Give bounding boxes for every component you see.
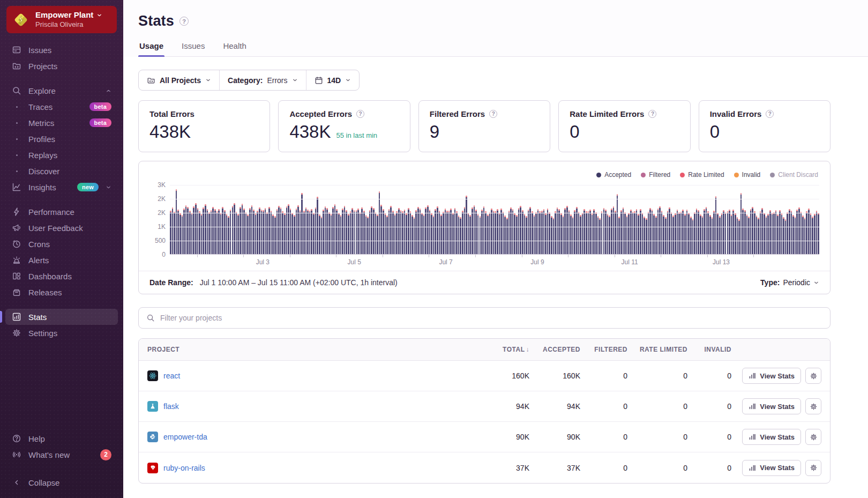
chart-bar [669, 207, 670, 254]
help-icon[interactable]: ? [489, 110, 497, 118]
accepted-cell: 37K [529, 464, 580, 472]
rate-limited-cell: 0 [627, 464, 687, 472]
help-icon[interactable]: ? [648, 110, 656, 118]
sidebar-item-settings[interactable]: Settings [5, 325, 118, 341]
chart-bar [588, 211, 589, 254]
sidebar-item-dashboards[interactable]: Dashboards [5, 268, 118, 284]
view-stats-button[interactable]: View Stats [742, 429, 801, 445]
legend-item-rate-limited[interactable]: Rate Limited [680, 171, 724, 179]
filtered-cell: 0 [580, 371, 627, 380]
chart-bar [415, 210, 417, 254]
sidebar-item-alerts[interactable]: Alerts [5, 252, 118, 268]
column-header-project[interactable]: PROJECT [147, 346, 478, 353]
chart-bar [361, 207, 363, 254]
column-header-invalid[interactable]: INVALID [687, 346, 731, 353]
project-filter-dropdown[interactable]: All Projects [139, 70, 219, 90]
chart-bar [500, 209, 502, 254]
sidebar-item-stats[interactable]: Stats [5, 309, 118, 325]
chart-bar [677, 210, 678, 254]
help-icon[interactable]: ? [356, 110, 364, 118]
chart-bar [439, 211, 440, 254]
column-header-filtered[interactable]: FILTERED [580, 346, 627, 353]
chart-type-dropdown[interactable]: Type: Periodic [760, 278, 819, 287]
sidebar-item-user-feedback[interactable]: User Feedback [5, 220, 118, 236]
tab-issues[interactable]: Issues [181, 41, 206, 56]
column-header-total[interactable]: TOTAL↓ [478, 346, 529, 353]
card-title-row: Filtered Errors? [430, 109, 539, 118]
chart-bar [593, 209, 595, 254]
sidebar-item-what-s-new[interactable]: What's new2 [5, 447, 118, 463]
sidebar-item-insights[interactable]: Insightsnew [5, 179, 118, 195]
legend-dot [596, 173, 601, 177]
project-settings-button[interactable] [805, 398, 821, 414]
project-settings-button[interactable] [805, 368, 821, 384]
column-header-rate-limited[interactable]: RATE LIMITED [627, 346, 687, 353]
project-search-input[interactable] [160, 314, 822, 322]
chart-bar [787, 212, 788, 254]
broadcast-icon [12, 450, 21, 459]
sidebar-item-metrics[interactable]: Metricsbeta [5, 115, 118, 131]
chart-bar [226, 214, 228, 254]
sidebar-item-label: User Feedback [28, 224, 83, 233]
chart-bar [603, 208, 605, 254]
view-stats-button[interactable]: View Stats [742, 398, 801, 414]
sidebar-item-help[interactable]: Help [5, 430, 118, 447]
sidebar-collapse[interactable]: Collapse [5, 474, 118, 490]
sidebar-item-traces[interactable]: Tracesbeta [5, 99, 118, 115]
category-filter-dropdown[interactable]: Category: Errors [219, 70, 305, 90]
sidebar-item-replays[interactable]: Replays [5, 147, 118, 163]
chart-bar [766, 216, 767, 254]
chart-bar [659, 206, 661, 254]
chart-bar [404, 210, 406, 254]
project-link[interactable]: ruby-on-rails [163, 464, 205, 472]
org-switcher[interactable]: Empower Plant Priscila Oliveira [6, 6, 117, 33]
chart-bar [589, 210, 591, 254]
project-link[interactable]: react [163, 371, 180, 380]
page-help-icon[interactable]: ? [179, 17, 189, 26]
chart-bar [286, 206, 288, 254]
tab-usage[interactable]: Usage [138, 41, 164, 56]
chevron-up-icon [106, 88, 111, 94]
chart-bar [818, 213, 819, 254]
legend-item-client-discard[interactable]: Client Discard [770, 171, 818, 179]
sidebar-item-performance[interactable]: Performance [5, 204, 118, 220]
sidebar-item-crons[interactable]: Crons [5, 236, 118, 252]
chart-bar [357, 209, 359, 254]
sidebar-item-profiles[interactable]: Profiles [5, 131, 118, 147]
project-link[interactable]: empower-tda [163, 433, 207, 441]
chart-bar [642, 213, 643, 255]
card-title: Rate Limited Errors [570, 109, 644, 118]
column-header-accepted[interactable]: ACCEPTED [529, 346, 580, 353]
chart-bar [420, 209, 421, 254]
view-stats-button[interactable]: View Stats [742, 368, 801, 384]
help-icon[interactable]: ? [766, 110, 774, 118]
chart-bar [558, 209, 560, 254]
date-period-dropdown[interactable]: 14D [306, 70, 360, 90]
sidebar-item-explore[interactable]: Explore [5, 83, 118, 99]
chart-bar [785, 219, 787, 254]
chart-bar [595, 212, 597, 254]
legend-item-invalid[interactable]: Invalid [734, 171, 761, 179]
sidebar-item-issues[interactable]: Issues [5, 42, 118, 58]
chart-bar [205, 204, 206, 254]
chart-bar [242, 204, 243, 254]
sidebar-item-releases[interactable]: Releases [5, 284, 118, 300]
project-settings-button[interactable] [805, 429, 821, 445]
legend-item-accepted[interactable]: Accepted [596, 171, 631, 179]
legend-item-filtered[interactable]: Filtered [641, 171, 670, 179]
chart-bar [282, 211, 283, 254]
project-link[interactable]: flask [163, 402, 179, 411]
project-settings-button[interactable] [805, 460, 821, 476]
view-stats-button[interactable]: View Stats [742, 460, 801, 476]
chart-bar [346, 210, 347, 254]
sidebar-item-projects[interactable]: Projects [5, 58, 118, 74]
chart-bar [265, 208, 266, 254]
card-title: Total Errors [149, 109, 194, 118]
tab-health[interactable]: Health [222, 41, 247, 56]
chart-bar [607, 214, 609, 254]
chart-bar [199, 211, 200, 254]
folder-code-icon [147, 76, 155, 85]
chart-bar [340, 215, 342, 254]
chart-bar [611, 209, 612, 254]
sidebar-item-discover[interactable]: Discover [5, 163, 118, 179]
